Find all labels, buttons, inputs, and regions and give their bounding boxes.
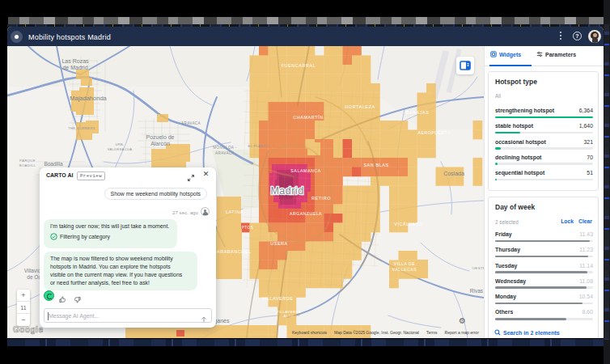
svg-text:Rivas: Rivas	[470, 288, 484, 294]
svg-text:EL PLANTÍO: EL PLANTÍO	[248, 144, 270, 148]
svg-text:Majadahonda: Majadahonda	[70, 95, 107, 102]
svg-text:ARGANZUELA: ARGANZUELA	[290, 211, 322, 216]
svg-text:ALTO: ALTO	[284, 314, 294, 318]
svg-text:URB.: URB.	[115, 142, 124, 146]
svg-text:Madrid: Madrid	[270, 185, 303, 197]
svg-text:VILLA DE: VILLA DE	[394, 261, 416, 266]
svg-text:HORTALEZA: HORTALEZA	[345, 104, 375, 109]
svg-text:Las Rozas: Las Rozas	[61, 58, 89, 64]
svg-text:SAN BLAS: SAN BLAS	[363, 163, 388, 167]
svg-text:CARABANCHEL: CARABANCHEL	[213, 249, 251, 254]
svg-text:FUENCARRAL: FUENCARRAL	[282, 63, 316, 68]
svg-text:MONCLOA -: MONCLOA -	[213, 146, 236, 150]
svg-text:ARAVACA: ARAVACA	[181, 121, 201, 125]
svg-text:Coslada: Coslada	[443, 171, 464, 176]
svg-text:VICÁLVARO: VICÁLVARO	[394, 222, 422, 226]
svg-text:LATINA: LATINA	[226, 210, 244, 214]
svg-text:de Madrid: de Madrid	[62, 65, 87, 70]
svg-text:VALLECAS: VALLECAS	[392, 267, 417, 272]
svg-text:VILLAVERDE: VILLAVERDE	[262, 296, 294, 301]
svg-text:Alarcón: Alarcón	[150, 141, 170, 146]
svg-text:OESTE: OESTE	[472, 266, 484, 270]
svg-text:ARAVACA: ARAVACA	[215, 151, 235, 155]
svg-text:AEROPUERTO: AEROPUERTO	[418, 130, 451, 135]
svg-text:VALDESACUA: VALDESACUA	[108, 147, 133, 151]
svg-text:USERA: USERA	[270, 241, 288, 246]
svg-text:PTOS: PTOS	[242, 226, 254, 230]
svg-text:CHAMARTÍN: CHAMARTÍN	[293, 115, 323, 120]
svg-text:BOADILL: BOADILL	[19, 163, 36, 167]
svg-text:RETIRO: RETIRO	[311, 196, 331, 201]
svg-text:Pozuelo de: Pozuelo de	[146, 134, 174, 140]
svg-text:SALAMANCA: SALAMANCA	[290, 168, 320, 173]
svg-text:BARAJAS: BARAJAS	[406, 110, 430, 115]
svg-text:Boadilla: Boadilla	[44, 161, 63, 167]
svg-text:PARQUE: PARQUE	[19, 159, 36, 163]
svg-text:THE CORNERS: THE CORNERS	[68, 126, 95, 130]
